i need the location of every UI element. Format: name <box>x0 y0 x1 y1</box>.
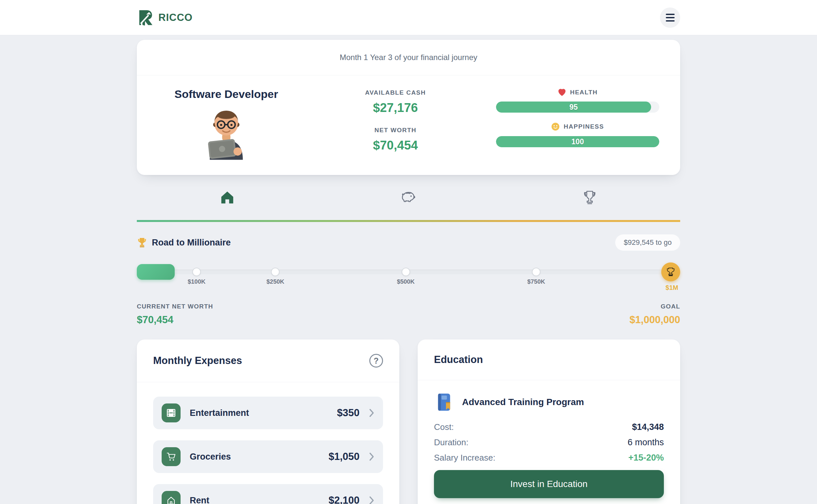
program-cost-row: Cost: $14,348 <box>434 422 664 432</box>
cost-value: $14,348 <box>632 422 664 432</box>
salary-increase-value: +15-20% <box>628 453 664 463</box>
expense-name: Entertainment <box>190 408 328 418</box>
available-cash-label: AVAILABLE CASH <box>365 89 426 96</box>
education-card: Education Advanced Training Program <box>418 339 680 504</box>
expense-row-entertainment[interactable]: Entertainment $350 <box>153 397 383 429</box>
smiley-icon <box>551 122 560 131</box>
chevron-right-icon <box>369 452 374 461</box>
chevron-right-icon <box>369 408 374 417</box>
tab-savings[interactable] <box>318 190 499 205</box>
road-title: Road to Millionaire <box>152 238 231 248</box>
milestone-label-500k: $500K <box>397 278 415 285</box>
net-worth-label: NET WORTH <box>374 127 417 134</box>
heart-icon <box>558 88 566 96</box>
expenses-help-button[interactable]: ? <box>369 354 383 368</box>
health-label: HEALTH <box>570 89 598 96</box>
health-value: 95 <box>570 103 578 112</box>
expense-list: Entertainment $350 <box>137 382 399 504</box>
tab-achievements[interactable] <box>499 190 680 205</box>
house-icon <box>162 491 181 504</box>
goal-progress-track: $100K $250K $500K $750K $1M <box>137 258 680 292</box>
cart-icon <box>162 447 181 466</box>
main-content: Month 1 Year 3 of your financial journey… <box>137 40 680 504</box>
amount-to-go-badge: $929,545 to go <box>615 234 680 251</box>
happiness-value: 100 <box>572 137 584 146</box>
brand-name: RICCO <box>158 12 193 24</box>
milestone-label-100k: $100K <box>188 278 206 285</box>
tab-bar <box>137 190 680 205</box>
brand-logo[interactable]: RICCO <box>137 9 193 26</box>
health-meter: HEALTH 95 <box>496 88 659 113</box>
home-icon <box>220 190 235 205</box>
duration-label: Duration: <box>434 437 469 448</box>
chevron-right-icon <box>369 496 374 504</box>
happiness-meter: HAPPINESS 100 <box>496 122 659 147</box>
monthly-expenses-card: Monthly Expenses ? <box>137 339 399 504</box>
gradient-divider <box>137 220 680 222</box>
milestone-label-1m: $1M <box>666 284 678 291</box>
trophy-gold-icon <box>137 237 147 248</box>
current-net-worth-value: $70,454 <box>137 314 213 326</box>
tab-home[interactable] <box>137 190 318 205</box>
expense-row-rent[interactable]: Rent $2,100 <box>153 484 383 504</box>
goal-value: $1,000,000 <box>630 314 680 326</box>
road-to-millionaire: Road to Millionaire $929,545 to go $100K… <box>137 234 680 326</box>
piggy-bank-icon <box>400 190 417 205</box>
goal-trophy-marker <box>661 262 680 281</box>
invest-in-education-button[interactable]: Invest in Education <box>434 470 664 498</box>
program-duration-row: Duration: 6 months <box>434 437 664 448</box>
available-cash-value: $27,176 <box>373 101 418 115</box>
salary-increase-label: Salary Increase: <box>434 453 495 463</box>
cost-label: Cost: <box>434 422 454 432</box>
character-card: Month 1 Year 3 of your financial journey… <box>137 40 680 175</box>
goal-progress-fill <box>137 264 175 280</box>
career-title: Software Developer <box>174 88 278 101</box>
monthly-expenses-title: Monthly Expenses <box>153 355 242 367</box>
expense-name: Rent <box>190 496 319 504</box>
ricco-logo-icon <box>137 9 154 26</box>
blue-book-icon <box>434 392 454 412</box>
turn-banner: Month 1 Year 3 of your financial journey <box>137 40 680 75</box>
expense-value: $350 <box>337 407 359 419</box>
current-net-worth-label: CURRENT NET WORTH <box>137 303 213 310</box>
expense-row-groceries[interactable]: Groceries $1,050 <box>153 440 383 473</box>
trophy-icon <box>583 190 597 205</box>
milestone-label-750k: $750K <box>527 278 545 285</box>
happiness-label: HAPPINESS <box>564 123 604 130</box>
hamburger-icon <box>666 14 675 15</box>
expense-value: $2,100 <box>328 495 359 504</box>
program-salary-row: Salary Increase: +15-20% <box>434 453 664 463</box>
hamburger-menu-button[interactable] <box>660 8 680 28</box>
goal-label: GOAL <box>630 303 680 310</box>
film-icon <box>162 403 181 422</box>
milestone-label-250k: $250K <box>266 278 284 285</box>
expense-value: $1,050 <box>328 451 359 463</box>
trophy-dark-icon <box>666 267 675 276</box>
program-name: Advanced Training Program <box>462 397 584 407</box>
milestone-dot-250k <box>271 268 279 276</box>
milestone-dot-750k <box>532 268 541 276</box>
developer-avatar <box>195 104 257 160</box>
milestone-dot-500k <box>401 268 410 276</box>
net-worth-value: $70,454 <box>373 138 418 152</box>
expense-name: Groceries <box>190 452 319 462</box>
milestone-dot-100k <box>192 268 201 276</box>
app-root: RICCO Month 1 Year 3 of your financial j… <box>0 0 817 504</box>
education-title: Education <box>434 354 483 366</box>
duration-value: 6 months <box>628 437 664 448</box>
app-header: RICCO <box>0 0 817 35</box>
